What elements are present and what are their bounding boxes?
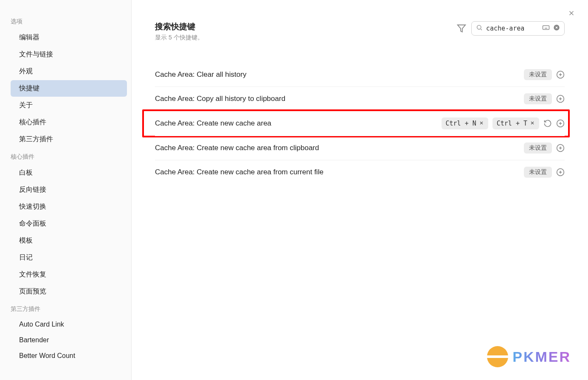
header: 搜索快捷键 显示 5 个快捷键。 [155, 21, 565, 42]
hotkey-row: Cache Area: Create new cache area from c… [155, 160, 565, 184]
watermark-logo-icon [487, 346, 508, 367]
hotkey-row: Cache Area: Copy all history to clipboar… [155, 87, 565, 111]
remove-hotkey-icon[interactable] [530, 120, 535, 127]
page-title: 搜索快捷键 [155, 21, 203, 32]
hotkey-name: Cache Area: Create new cache area [155, 119, 271, 128]
reset-hotkey-icon[interactable] [543, 119, 552, 128]
add-hotkey-icon[interactable] [556, 144, 565, 152]
filter-icon[interactable] [457, 24, 466, 33]
sidebar-item[interactable]: Bartender [11, 332, 127, 348]
add-hotkey-icon[interactable] [556, 168, 565, 176]
hotkey-name: Cache Area: Clear all history [155, 70, 246, 79]
unset-badge: 未设置 [524, 69, 552, 80]
unset-badge: 未设置 [524, 167, 552, 178]
sidebar-item[interactable]: 快捷键 [11, 80, 127, 97]
hotkey-controls: 未设置 [524, 167, 565, 178]
add-hotkey-icon[interactable] [556, 70, 565, 79]
sidebar-item[interactable]: Auto Card Link [11, 317, 127, 332]
hotkey-row: Cache Area: Create new cache areaCtrl + … [155, 111, 565, 136]
sidebar-item[interactable]: 页面预览 [11, 283, 127, 300]
hotkey-name: Cache Area: Copy all history to clipboar… [155, 95, 285, 103]
add-hotkey-icon[interactable] [556, 95, 565, 103]
search-icon [476, 24, 483, 33]
hotkey-chip-text: Ctrl + N [446, 120, 476, 127]
hotkey-chip: Ctrl + N [442, 117, 488, 129]
hotkey-controls: 未设置 [524, 93, 565, 104]
keyboard-icon[interactable] [542, 25, 550, 32]
sidebar-item[interactable]: 白板 [11, 165, 127, 181]
sidebar-item[interactable]: 文件与链接 [11, 46, 127, 63]
hotkey-row: Cache Area: Clear all history未设置 [155, 63, 565, 87]
svg-marker-2 [458, 25, 465, 32]
remove-hotkey-icon[interactable] [479, 120, 484, 127]
hotkey-name: Cache Area: Create new cache area from c… [155, 144, 319, 152]
hotkey-list: Cache Area: Clear all history未设置Cache Ar… [155, 63, 565, 184]
sidebar-item[interactable]: 文件恢复 [11, 266, 127, 283]
sidebar-item[interactable]: 快速切换 [11, 198, 127, 215]
search-input[interactable] [486, 25, 539, 32]
watermark-text: PKMER [512, 349, 571, 365]
sidebar-item[interactable]: 反向链接 [11, 182, 127, 198]
header-controls [457, 21, 565, 36]
hotkey-controls: 未设置 [524, 142, 565, 154]
sidebar-item[interactable]: 日记 [11, 249, 127, 266]
sidebar-item[interactable]: 外观 [11, 63, 127, 80]
header-text: 搜索快捷键 显示 5 个快捷键。 [155, 21, 203, 42]
sidebar-item[interactable]: 模板 [11, 232, 127, 249]
hotkey-row: Cache Area: Create new cache area from c… [155, 136, 565, 160]
page-subtitle: 显示 5 个快捷键。 [155, 34, 203, 42]
unset-badge: 未设置 [524, 142, 552, 154]
hotkey-controls: 未设置 [524, 69, 565, 80]
sidebar-item[interactable]: 关于 [11, 97, 127, 114]
sidebar-item[interactable]: 编辑器 [11, 29, 127, 46]
hotkey-controls: Ctrl + NCtrl + T [442, 117, 565, 129]
sidebar-section-title: 第三方插件 [11, 300, 127, 316]
watermark: PKMER [487, 346, 571, 367]
sidebar-item[interactable]: 命令面板 [11, 215, 127, 232]
sidebar: 选项编辑器文件与链接外观快捷键关于核心插件第三方插件核心插件白板反向链接快速切换… [0, 0, 132, 380]
sidebar-item[interactable]: 第三方插件 [11, 131, 127, 148]
hotkey-chip: Ctrl + T [492, 117, 539, 129]
clear-search-icon[interactable] [553, 24, 560, 33]
hotkey-name: Cache Area: Create new cache area from c… [155, 168, 324, 176]
add-hotkey-icon[interactable] [556, 119, 565, 128]
unset-badge: 未设置 [524, 93, 552, 104]
hotkey-chip-text: Ctrl + T [497, 120, 527, 127]
svg-point-3 [477, 25, 481, 29]
close-icon[interactable] [568, 9, 575, 19]
sidebar-item[interactable]: Better Word Count [11, 348, 127, 363]
sidebar-item[interactable]: 核心插件 [11, 114, 127, 131]
svg-line-4 [481, 29, 482, 30]
main-panel: 搜索快捷键 显示 5 个快捷键。 [132, 0, 588, 380]
settings-window: 选项编辑器文件与链接外观快捷键关于核心插件第三方插件核心插件白板反向链接快速切换… [0, 0, 588, 380]
svg-rect-5 [543, 26, 549, 30]
sidebar-section-title: 核心插件 [11, 148, 127, 164]
search-box[interactable] [471, 21, 565, 36]
sidebar-section-title: 选项 [11, 13, 127, 29]
